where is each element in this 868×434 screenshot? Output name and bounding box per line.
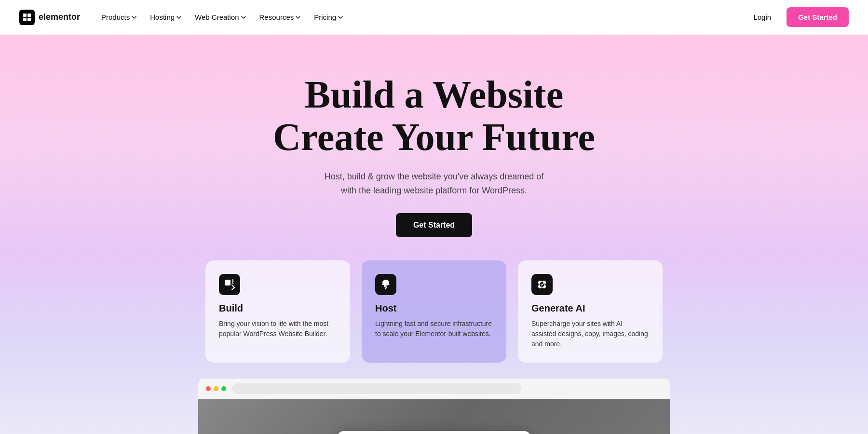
chevron-down-icon [338,16,343,19]
nav-item-resources[interactable]: Resources [254,9,307,25]
browser-url-bar [232,383,521,394]
feature-card-build[interactable]: Build Bring your vision to life with the… [205,260,350,363]
chevron-down-icon [241,16,246,19]
svg-rect-3 [27,18,31,21]
logo-text: elementor [39,12,80,22]
nav-menu: Products Hosting Web Creation Resources [95,9,349,25]
feature-card-host-title: Host [375,303,493,314]
feature-card-ai-desc: Supercharge your sites with AI assisted … [531,319,649,349]
browser-dot-red [206,386,211,391]
nav-left: elementor Products Hosting Web Creation [19,9,349,25]
browser-dot-yellow [214,386,218,391]
browser-mockup: 🌐 Visitor Traffic August 15 2024 Visitor… [198,378,670,434]
svg-rect-1 [27,14,31,17]
browser-mockup-wrapper: 🌐 Visitor Traffic August 15 2024 Visitor… [198,378,670,434]
nav-item-products[interactable]: Products [95,9,142,25]
navbar: elementor Products Hosting Web Creation [0,0,868,35]
hero-section: Build a Website Create Your Future Host,… [0,35,868,434]
host-icon [375,274,396,295]
hero-title: Build a Website Create Your Future [273,73,595,158]
browser-dots [206,386,226,391]
browser-bar [198,379,670,399]
feature-card-build-title: Build [219,303,337,314]
svg-rect-2 [23,18,27,21]
get-started-hero-button[interactable]: Get Started [396,213,472,237]
browser-content: 🌐 Visitor Traffic August 15 2024 Visitor… [198,399,670,434]
hero-subtitle: Host, build & grow the website you've al… [325,170,544,198]
browser-dot-green [221,386,226,391]
svg-rect-4 [225,280,231,285]
logo-icon [19,10,35,25]
logo-link[interactable]: elementor [19,10,80,25]
get-started-nav-button[interactable]: Get Started [787,7,849,27]
nav-item-web-creation[interactable]: Web Creation [189,9,251,25]
nav-item-hosting[interactable]: Hosting [144,9,187,25]
nav-right: Login Get Started [746,7,849,27]
feature-card-ai-title: Generate AI [531,303,649,314]
chevron-down-icon [132,16,136,19]
svg-rect-0 [23,14,27,17]
nav-item-pricing[interactable]: Pricing [308,9,349,25]
chevron-down-icon [296,16,300,19]
browser-bg [198,399,670,434]
login-button[interactable]: Login [746,9,779,25]
feature-card-host-desc: Lightning fast and secure infrastructure… [375,319,493,339]
feature-cards: Build Bring your vision to life with the… [198,260,670,363]
analytics-card: 🌐 Visitor Traffic August 15 2024 Visitor… [338,431,530,434]
feature-card-host[interactable]: Host Lightning fast and secure infrastru… [362,260,506,363]
ai-icon [531,274,553,295]
chevron-down-icon [176,16,181,19]
feature-card-build-desc: Bring your vision to life with the most … [219,319,337,339]
feature-card-ai[interactable]: Generate AI Supercharge your sites with … [518,260,663,363]
build-icon [219,274,240,295]
